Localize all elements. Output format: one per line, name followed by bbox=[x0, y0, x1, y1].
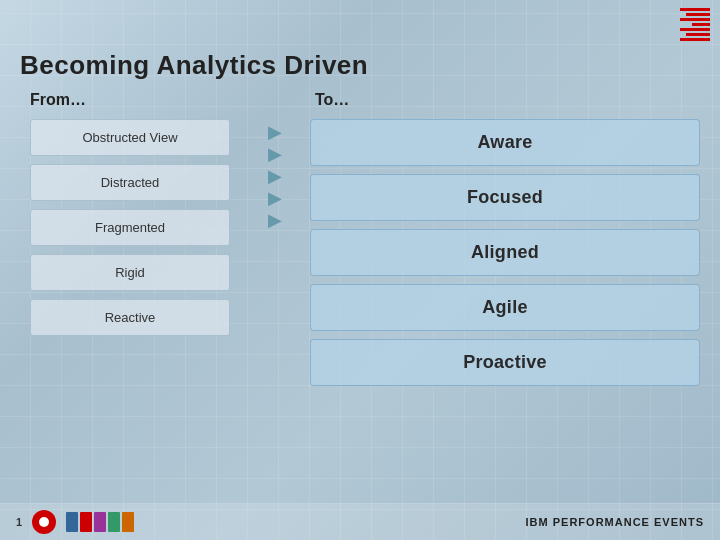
ibm-logo-bar-7 bbox=[680, 38, 710, 41]
color-blocks bbox=[66, 512, 134, 532]
ibm-performance-events-label: IBM PERFORMANCE EVENTS bbox=[526, 516, 704, 528]
color-block-purple bbox=[94, 512, 106, 532]
to-item-aware: Aware bbox=[310, 119, 700, 166]
from-item-reactive: Reactive bbox=[30, 299, 230, 336]
arrow-5: ▶ bbox=[260, 209, 290, 231]
ibm-logo-bar-1 bbox=[680, 8, 710, 11]
arrows-column: ▶ ▶ ▶ ▶ ▶ bbox=[260, 91, 290, 236]
from-items-list: Obstructed View Distracted Fragmented Ri… bbox=[20, 119, 240, 336]
from-item-fragmented: Fragmented bbox=[30, 209, 230, 246]
color-block-red bbox=[80, 512, 92, 532]
page-title: Becoming Analytics Driven bbox=[20, 50, 700, 81]
to-header: To… bbox=[310, 91, 700, 109]
columns-wrapper: From… Obstructed View Distracted Fragmen… bbox=[20, 91, 700, 503]
bottom-bar: 1 IBM PERFORMANCE EVENTS bbox=[0, 503, 720, 540]
from-header: From… bbox=[20, 91, 86, 109]
from-item-rigid: Rigid bbox=[30, 254, 230, 291]
to-item-agile: Agile bbox=[310, 284, 700, 331]
from-item-obstructed-view: Obstructed View bbox=[30, 119, 230, 156]
to-item-aligned: Aligned bbox=[310, 229, 700, 276]
ibm-circle-inner bbox=[39, 517, 49, 527]
arrow-1: ▶ bbox=[260, 121, 290, 143]
to-item-proactive: Proactive bbox=[310, 339, 700, 386]
title-section: Becoming Analytics Driven bbox=[0, 42, 720, 91]
bottom-left: 1 bbox=[16, 510, 134, 534]
ibm-logo bbox=[674, 6, 710, 42]
color-block-blue bbox=[66, 512, 78, 532]
to-column: To… Aware Focused Aligned Agile Proactiv… bbox=[310, 91, 700, 386]
ibm-logo-bar-3 bbox=[680, 18, 710, 21]
arrow-4: ▶ bbox=[260, 187, 290, 209]
ibm-logo-bar-5 bbox=[680, 28, 710, 31]
to-items-list: Aware Focused Aligned Agile Proactive bbox=[310, 119, 700, 386]
color-block-green bbox=[108, 512, 120, 532]
ibm-circle-icon bbox=[32, 510, 56, 534]
from-column: From… Obstructed View Distracted Fragmen… bbox=[20, 91, 240, 336]
ibm-logo-bar-2 bbox=[686, 13, 710, 16]
content-area: From… Obstructed View Distracted Fragmen… bbox=[0, 91, 720, 503]
top-bar bbox=[0, 0, 720, 42]
main-container: Becoming Analytics Driven From… Obstruct… bbox=[0, 0, 720, 540]
color-block-orange bbox=[122, 512, 134, 532]
page-number: 1 bbox=[16, 516, 22, 528]
from-item-distracted: Distracted bbox=[30, 164, 230, 201]
ibm-logo-bar-6 bbox=[686, 33, 710, 36]
to-item-focused: Focused bbox=[310, 174, 700, 221]
arrow-3: ▶ bbox=[260, 165, 290, 187]
ibm-logo-bar-4 bbox=[692, 23, 710, 26]
arrow-2: ▶ bbox=[260, 143, 290, 165]
